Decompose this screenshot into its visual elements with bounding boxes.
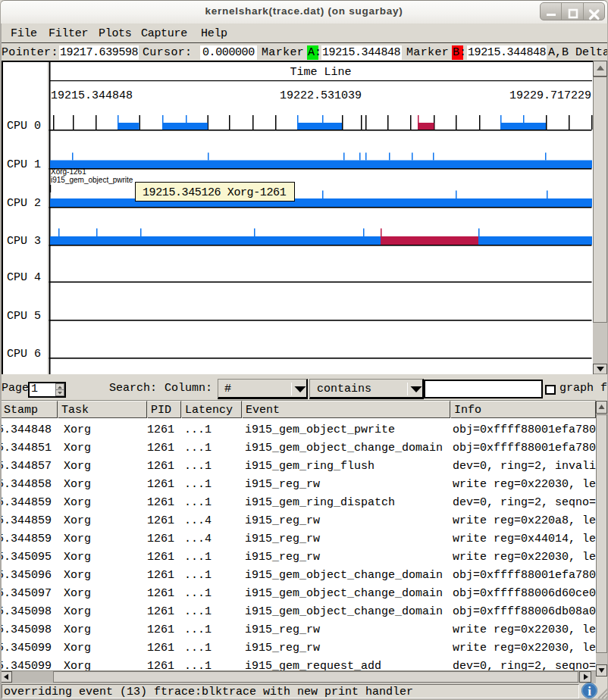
svg-text:i915_gem_object_pwrite: i915_gem_object_pwrite: [51, 176, 133, 184]
svg-text:Xorg-1261: Xorg-1261: [51, 167, 86, 176]
svg-text:19222.531039: 19222.531039: [280, 89, 362, 102]
svg-text:19229.717229: 19229.717229: [509, 89, 591, 102]
svg-text:i: i: [588, 684, 591, 698]
svg-text:CPU 0: CPU 0: [7, 120, 41, 133]
svg-text:19215.345126 Xorg-1261: 19215.345126 Xorg-1261: [143, 186, 287, 199]
svg-text:CPU 4: CPU 4: [7, 271, 41, 284]
svg-text:CPU 2: CPU 2: [7, 197, 41, 210]
svg-text:Time Line: Time Line: [290, 66, 351, 79]
svg-text:CPU 5: CPU 5: [7, 310, 41, 323]
svg-text:CPU 3: CPU 3: [7, 235, 41, 248]
svg-text:CPU 1: CPU 1: [7, 158, 41, 171]
svg-text:CPU 6: CPU 6: [7, 348, 41, 361]
svg-text:19215.344848: 19215.344848: [51, 89, 133, 102]
